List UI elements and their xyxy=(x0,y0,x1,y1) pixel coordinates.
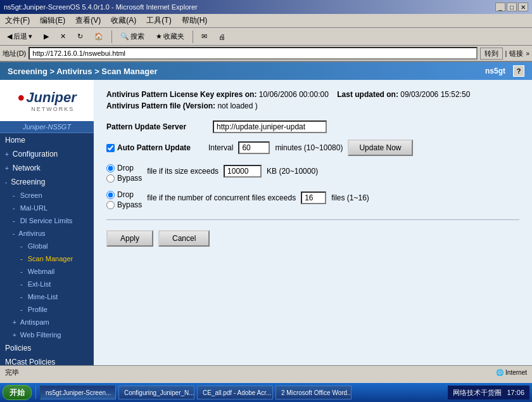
address-label: 地址(D) xyxy=(3,49,26,58)
interval-input[interactable] xyxy=(238,141,270,154)
star-icon: ★ xyxy=(156,32,162,41)
logo-wrapper: ● Juniper NETWORKS xyxy=(17,89,77,112)
pattern-file-line: Antivirus Pattern file (Version: not loa… xyxy=(106,101,519,110)
sidebar-item-mcast-policies[interactable]: MCast Policies xyxy=(0,355,94,365)
sidebar-item-profile[interactable]: -Profile xyxy=(0,303,94,316)
breadcrumb-right: ns5gt ? xyxy=(485,65,524,77)
menu-tools[interactable]: 工具(T) xyxy=(144,15,174,27)
pattern-server-label: Pattern Update Server xyxy=(106,122,208,131)
sidebar-item-web-filtering[interactable]: + Web Filtering xyxy=(0,328,94,341)
sidebar-item-antivirus[interactable]: - Antivirus xyxy=(0,227,94,240)
bypass1-radio[interactable] xyxy=(106,174,115,183)
clock: 17:06 xyxy=(507,389,524,396)
sidebar-item-mal-url[interactable]: -Mal-URL xyxy=(0,202,94,214)
taskbar-item-3[interactable]: 2 Microsoft Office Word... xyxy=(276,386,352,399)
toolbar-sep1 xyxy=(111,30,112,43)
sidebar-item-di-service-limits[interactable]: -DI Service Limits xyxy=(0,214,94,227)
bypass1-label[interactable]: Bypass xyxy=(106,174,142,183)
sidebar-item-network[interactable]: + Network xyxy=(0,161,94,175)
sidebar-item-screening[interactable]: - Screening xyxy=(0,175,94,189)
device-name: ns5gt xyxy=(485,67,505,75)
pattern-file-label: Antivirus Pattern file (Version: xyxy=(106,101,215,110)
menu-view[interactable]: 查看(V) xyxy=(73,15,103,27)
size-exceed-label: file if its size exceeds xyxy=(147,167,218,176)
drop1-radio[interactable] xyxy=(106,164,115,172)
auto-update-checkbox[interactable] xyxy=(106,144,115,152)
cancel-btn[interactable]: Cancel xyxy=(158,230,210,247)
window-title: ns5gt:Juniper-ScreenOS 5.4.0r1.0 - Micro… xyxy=(4,3,198,11)
taskbar-item-2[interactable]: CE_all.pdf - Adobe Acr... xyxy=(197,386,273,399)
search-btn[interactable]: 🔍 搜索 xyxy=(116,30,149,43)
status-text: 完毕 xyxy=(5,368,19,377)
maximize-btn[interactable]: □ xyxy=(507,3,517,11)
taskbar-item-0[interactable]: ns5gt:Juniper-Screen... xyxy=(40,386,116,399)
expand-icon-configuration: + xyxy=(5,151,9,158)
sidebar-item-mime-list[interactable]: -Mime-List xyxy=(0,290,94,303)
forward-btn[interactable]: ▶ xyxy=(39,30,53,42)
device-name-text: Juniper-NS5GT xyxy=(23,123,71,131)
logo-text: Juniper xyxy=(26,89,76,106)
license-date: 10/06/2006 00:00:00 xyxy=(259,90,329,99)
address-bar: 地址(D) 转到 | 链接 » xyxy=(0,46,532,62)
back-arrow-icon: ◀ xyxy=(7,32,12,41)
sidebar-item-home[interactable]: Home xyxy=(0,133,94,147)
apply-btn[interactable]: Apply xyxy=(106,230,153,247)
mail-btn[interactable]: ✉ xyxy=(197,30,212,42)
pattern-server-input[interactable] xyxy=(213,120,327,133)
menu-favorites[interactable]: 收藏(A) xyxy=(108,15,139,27)
print-btn[interactable]: 🖨 xyxy=(214,31,230,42)
main-layout: ● Juniper NETWORKS Juniper-NS5GT Home + … xyxy=(0,80,532,365)
home-btn[interactable]: 🏠 xyxy=(90,30,108,42)
update-now-btn[interactable]: Update Now xyxy=(348,139,412,156)
menu-bar: 文件(F) 编辑(E) 查看(V) 收藏(A) 工具(T) 帮助(H) xyxy=(0,14,532,28)
taskbar-item-1[interactable]: Configuring_Juniper_N... xyxy=(118,386,194,399)
go-btn[interactable]: 转到 xyxy=(480,48,503,60)
sidebar-item-scan-manager[interactable]: -Scan Manager xyxy=(0,252,94,265)
bypass2-label[interactable]: Bypass xyxy=(106,200,142,209)
refresh-btn[interactable]: ↻ xyxy=(73,30,87,42)
dash-icon-malurl: - xyxy=(13,204,15,212)
taskbar-sep xyxy=(35,386,36,399)
expand-icon-antispam: + xyxy=(13,319,16,326)
minimize-btn[interactable]: _ xyxy=(495,3,505,11)
close-btn[interactable]: ✕ xyxy=(518,3,528,11)
sidebar-item-webmail[interactable]: -Webmail xyxy=(0,265,94,278)
drop2-label[interactable]: Drop xyxy=(106,190,142,199)
expand-icon-screening: - xyxy=(5,179,7,186)
drop1-label[interactable]: Drop xyxy=(106,164,142,172)
radio-group-1: Drop Bypass xyxy=(106,164,142,183)
auto-update-label[interactable]: Auto Pattern Update xyxy=(106,143,191,152)
menu-help[interactable]: 帮助(H) xyxy=(179,15,210,27)
address-input[interactable] xyxy=(28,47,477,60)
toolbar: ◀ 后退 ▾ ▶ ✕ ↻ 🏠 🔍 搜索 ★ 收藏夹 ✉ 🖨 xyxy=(0,28,532,46)
separator xyxy=(106,219,519,220)
sidebar-item-screen[interactable]: -Screen xyxy=(0,189,94,202)
menu-file[interactable]: 文件(F) xyxy=(3,15,32,27)
dash-icon-global: - xyxy=(20,242,23,250)
concurrent-input[interactable] xyxy=(301,191,326,204)
back-dropdown-icon: ▾ xyxy=(28,32,32,41)
dash-icon-webmail: - xyxy=(20,268,23,275)
logo-networks: NETWORKS xyxy=(31,106,74,112)
favorites-btn[interactable]: ★ 收藏夹 xyxy=(151,30,189,43)
window-controls[interactable]: _ □ ✕ xyxy=(495,3,528,11)
sidebar-logo: ● Juniper NETWORKS xyxy=(0,80,94,121)
dash-icon-extlist: - xyxy=(20,280,23,288)
size-suffix: KB (20~10000) xyxy=(267,167,318,176)
back-btn[interactable]: ◀ 后退 ▾ xyxy=(3,30,37,43)
drop2-radio[interactable] xyxy=(106,191,115,199)
sidebar-item-configuration[interactable]: + Configuration xyxy=(0,147,94,161)
start-btn[interactable]: 开始 xyxy=(3,385,32,400)
sidebar-item-global[interactable]: -Global xyxy=(0,240,94,252)
sidebar-item-policies[interactable]: Policies xyxy=(0,341,94,355)
sidebar-item-antispam[interactable]: + Antispam xyxy=(0,316,94,328)
links-arrow: » xyxy=(526,50,529,57)
size-input[interactable] xyxy=(224,165,262,178)
toolbar-sep2 xyxy=(193,30,193,43)
menu-edit[interactable]: 编辑(E) xyxy=(37,15,68,27)
stop-btn[interactable]: ✕ xyxy=(56,30,70,42)
sidebar-item-ext-list[interactable]: -Ext-List xyxy=(0,278,94,290)
help-btn[interactable]: ? xyxy=(513,65,524,77)
logo-icon: ● xyxy=(17,90,25,105)
bypass2-radio[interactable] xyxy=(106,201,115,209)
